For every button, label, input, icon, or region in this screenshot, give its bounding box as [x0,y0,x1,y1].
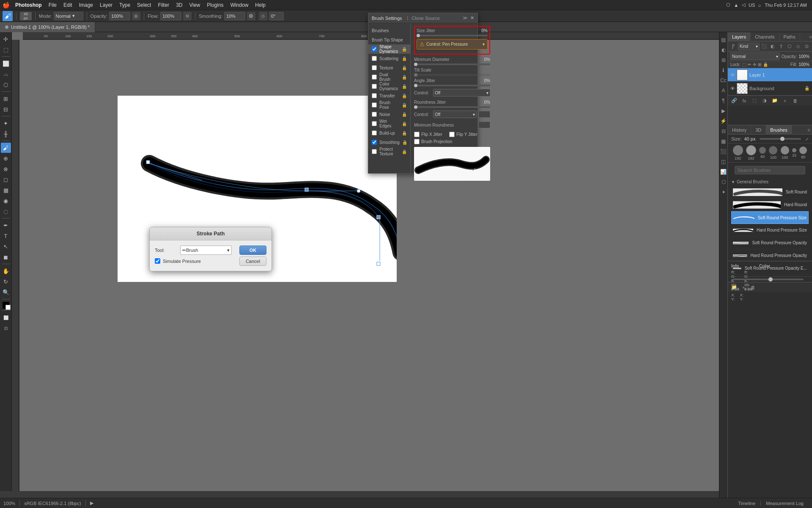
timeline-icon[interactable]: ▶ [719,107,728,115]
min-diameter-slider[interactable] [414,64,490,65]
add-mask-btn[interactable]: ⬚ [751,97,758,105]
delete-layer-btn[interactable]: 🗑 [791,97,799,105]
lock-all-icon[interactable]: 🔒 [763,62,768,67]
brush-size-slider[interactable] [760,138,801,140]
layer-item-layer1[interactable]: 👁 Layer 1 [728,68,812,82]
smart-filter-icon[interactable]: ◇ [794,43,802,50]
dual-brush-checkbox[interactable] [372,75,377,80]
libraries-icon[interactable]: ⊞ [719,56,728,64]
menu-image[interactable]: Image [76,0,96,10]
menu-filter[interactable]: Filter [154,0,173,10]
blur-tool[interactable]: ◉ [1,196,11,206]
brushes-btn[interactable]: Brushes [368,26,410,35]
properties-icon[interactable]: ℹ [719,66,728,75]
tab-close-dots[interactable] [5,25,8,29]
hand-tool[interactable]: ✋ [1,266,11,276]
simulate-pressure-checkbox[interactable] [155,258,160,264]
crop-tool[interactable]: ⊞ [1,94,11,104]
ruler-tool[interactable]: ╫ [1,129,11,139]
channels-icon[interactable]: ◫ [719,157,728,166]
brush-pose-item[interactable]: Brush Pose 🔒 [368,100,410,110]
anchor-point-2[interactable] [305,188,308,191]
flip-x-checkbox[interactable] [414,132,420,137]
tilt-scale-slider[interactable] [414,74,490,76]
marquee-tool[interactable]: ⬜ [1,58,11,69]
brush-soft-round-pressure-size[interactable]: Soft Round Pressure Size [731,211,809,224]
add-group-btn[interactable]: 📁 [771,97,779,105]
history-collapse-icon[interactable]: ≡ [808,127,810,133]
menu-3d[interactable]: 3D [173,0,186,10]
cancel-button[interactable]: Cancel [239,257,266,266]
background-eye-icon[interactable]: 👁 [730,86,735,91]
eyedropper-tool[interactable]: ✦ [1,118,11,128]
tab-3d[interactable]: 3D [751,125,766,135]
smoothing-value[interactable]: 10% [224,12,245,20]
fx-btn[interactable]: fx [741,97,748,105]
add-adjustment-btn[interactable]: ◑ [761,97,768,105]
brush-hard-round[interactable]: Hard Round [731,199,809,211]
warning-dropdown-btn[interactable]: ▾ [483,42,485,47]
general-brushes-chevron[interactable]: ▼ [731,180,735,184]
protect-texture-checkbox[interactable] [372,149,377,154]
anchor-point-1[interactable] [146,160,150,164]
foreground-color[interactable] [3,302,9,309]
lock-pixel-icon[interactable]: ✏ [748,62,751,67]
menu-edit[interactable]: Edit [60,0,76,10]
menu-file[interactable]: File [45,0,60,10]
roundness-jitter-slider[interactable] [414,106,490,108]
flip-y-checkbox[interactable] [449,132,455,137]
lock-artboard-icon[interactable]: ⊞ [758,62,761,67]
gradients-icon[interactable]: ▦ [719,137,728,146]
path-select-tool[interactable]: ↖ [1,241,11,251]
rotate-view-tool[interactable]: ↻ [1,276,11,287]
quick-mask-mode[interactable]: ⬜ [1,312,11,323]
lasso-tool[interactable]: ⌓ [1,69,11,79]
scattering-item[interactable]: Scattering 🔒 [368,54,410,63]
blend-mode-dropdown[interactable]: Normal ▾ [730,52,780,60]
cc-libraries-icon[interactable]: Cc [719,76,728,85]
wet-edges-checkbox[interactable] [372,121,377,126]
color-dynamics-item[interactable]: Color Dynamics 🔒 [368,82,410,91]
screen-mode[interactable]: ⊡ [1,323,11,333]
expand-icon[interactable]: ⤢ [472,167,476,172]
layers-panel-icon[interactable]: ▤ [719,36,728,44]
timeline-tab[interactable]: Timeline [733,501,761,506]
actions-icon[interactable]: ⚡ [719,117,728,125]
preset-15[interactable]: 15 [792,148,796,157]
flow-value[interactable]: 100% [160,12,181,20]
menu-plugins[interactable]: Plugins [203,0,227,10]
artboard-tool[interactable]: ⬚ [1,44,11,55]
pixel-filter-icon[interactable]: ⬛ [760,43,768,50]
brush-soft-round-pressure-opacity[interactable]: Soft Round Pressure Opacity [731,237,809,249]
preset-192-1[interactable]: 192 [733,145,743,160]
preset-100-2[interactable]: 100 [781,146,789,160]
shape-dynamics-checkbox[interactable] [372,47,377,52]
adjustments-icon[interactable]: ◐ [719,46,728,54]
document-tab[interactable]: Untitled-1 @ 100% (Layer 1, RGB/8) * [0,22,95,32]
opacity-value[interactable]: 100% [798,54,809,59]
smoothing-item[interactable]: Smoothing 🔒 [368,138,410,147]
tab-channels[interactable]: Channels [751,32,779,41]
shape-tool[interactable]: ◼ [1,252,11,262]
shapes-icon[interactable]: ⬡ [719,178,728,186]
kind-dropdown[interactable]: Kind ▾ [738,43,760,50]
size-expand-icon[interactable]: ⤢ [805,137,809,141]
text-tool[interactable]: T [1,231,11,241]
angle-value[interactable]: 0° [269,12,284,20]
preset-192-2[interactable]: 192 [746,145,756,160]
texture-checkbox[interactable] [372,65,377,70]
brush-pose-checkbox[interactable] [372,102,377,108]
tab-paths[interactable]: Paths [779,32,800,41]
link-layers-btn[interactable]: 🔗 [730,97,738,105]
brush-hard-round-pressure-size[interactable]: Hard Round Pressure Size [731,224,809,237]
opacity-value[interactable]: 100% [109,12,130,20]
menu-layer[interactable]: Layer [96,0,116,10]
brush-search-input[interactable] [735,166,805,174]
gradient-tool[interactable]: ▦ [1,185,11,195]
menu-select[interactable]: Select [134,0,154,10]
anchor-point-4[interactable] [377,262,380,265]
buildup-checkbox[interactable] [372,130,377,135]
tab-layers[interactable]: Layers [728,32,751,41]
adjust-filter-icon[interactable]: ◐ [769,43,776,50]
add-layer-btn[interactable]: + [781,97,789,105]
